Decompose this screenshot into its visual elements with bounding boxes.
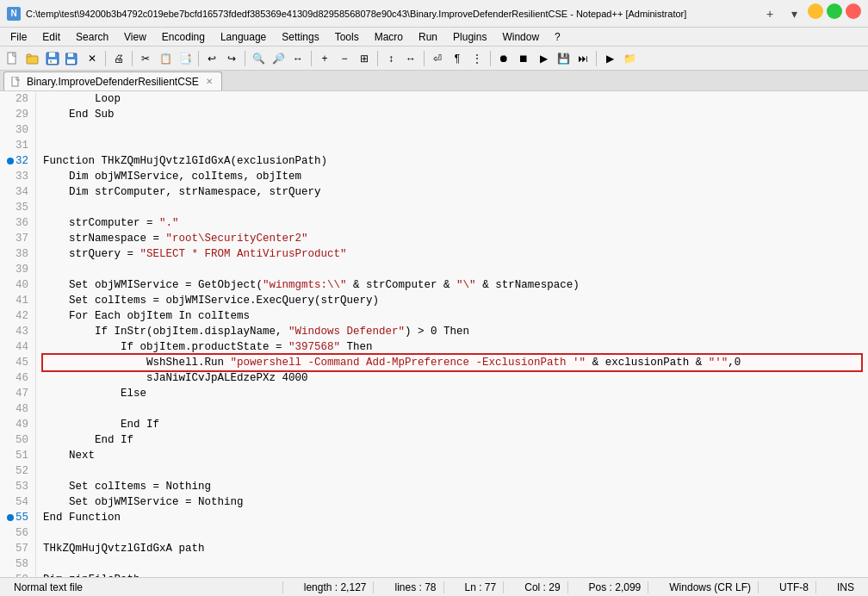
menu-bar: File Edit Search View Encoding Language … [0, 28, 868, 47]
toolbar-sep-9 [596, 51, 597, 66]
close-button-tb[interactable]: ✕ [83, 49, 102, 68]
find-in-files-button[interactable]: 🔎 [269, 49, 288, 68]
maximize-button[interactable] [827, 3, 842, 19]
status-encoding: UTF-8 [772, 581, 816, 593]
sync-scroll-v-button[interactable]: ↕ [381, 49, 400, 68]
code-area[interactable]: Loop End Sub Function THkZQmHujQvtzlGIdG… [36, 91, 868, 577]
menu-view[interactable]: View [117, 29, 153, 45]
line-number: 41 [0, 293, 35, 308]
copy-button[interactable]: 📋 [156, 49, 175, 68]
code-line [36, 200, 868, 215]
toolbar-sep-5 [311, 51, 312, 66]
line-number: 51 [0, 448, 35, 463]
toolbar-sep-1 [105, 51, 106, 66]
line-number: 53 [0, 479, 35, 494]
code-line: WshShell.Run "powershell -Command Add-Mp… [36, 355, 868, 370]
code-line: End If [36, 432, 868, 448]
code-line: Next [36, 448, 868, 463]
open-ud-dlg-button[interactable]: 📁 [620, 49, 639, 68]
status-bar: Normal text file length : 2,127 lines : … [0, 577, 868, 596]
toolbar-sep-4 [245, 51, 245, 66]
line-number: 52 [0, 463, 35, 479]
code-line: Set objWMIService = Nothing [36, 494, 868, 510]
save-all-button[interactable] [63, 49, 82, 68]
tab-bar: Binary.ImproveDefenderResilientCSE ✕ [0, 71, 868, 91]
open-file-button[interactable] [23, 49, 42, 68]
zoom-restore-button[interactable]: ⊞ [355, 49, 374, 68]
menu-encoding[interactable]: Encoding [155, 29, 212, 45]
macro-run-multiple-button[interactable]: ⏭ [574, 49, 592, 68]
find-button[interactable]: 🔍 [249, 49, 268, 68]
new-window-button[interactable]: + [760, 3, 780, 24]
menu-file[interactable]: File [3, 29, 34, 45]
status-length: length : 2,127 [297, 581, 375, 593]
title-bar-left: N C:\temp\test\94200b3b4792c019ebe7bcfd1… [7, 7, 686, 21]
menu-help[interactable]: ? [548, 29, 567, 45]
toolbar-sep-6 [377, 51, 378, 66]
cut-button[interactable]: ✂ [136, 49, 155, 68]
indent-guide-button[interactable]: ⋮ [468, 49, 487, 68]
code-line: Dim strComputer, strNamespace, strQuery [36, 184, 868, 200]
line-number: 58 [0, 556, 35, 572]
toolbar-sep-3 [198, 51, 199, 66]
chevron-down-button[interactable]: ▾ [784, 3, 804, 24]
line-number: 39 [0, 262, 35, 277]
menu-tools[interactable]: Tools [328, 29, 366, 45]
code-line: End Sub [36, 107, 868, 122]
line-number: 42 [0, 308, 35, 324]
svg-rect-9 [68, 53, 73, 57]
macro-save-button[interactable]: 💾 [554, 49, 573, 68]
code-line: End If [36, 417, 868, 432]
all-chars-button[interactable]: ¶ [448, 49, 467, 68]
menu-window[interactable]: Window [495, 29, 546, 45]
macro-play-button[interactable]: ▶ [534, 49, 553, 68]
window-title: C:\temp\test\94200b3b4792c019ebe7bcfd165… [26, 9, 686, 19]
zoom-in-button[interactable]: + [315, 49, 334, 68]
minimize-button[interactable] [808, 3, 823, 19]
close-button[interactable] [846, 3, 861, 19]
code-line: strComputer = "." [36, 215, 868, 231]
code-line [36, 138, 868, 153]
word-wrap-button[interactable]: ⏎ [428, 49, 447, 68]
svg-rect-5 [49, 53, 55, 57]
line-number: 45 [0, 355, 35, 370]
menu-settings[interactable]: Settings [275, 29, 326, 45]
save-button[interactable] [43, 49, 62, 68]
menu-plugins[interactable]: Plugins [446, 29, 493, 45]
tab-close-button[interactable]: ✕ [204, 77, 214, 86]
toolbar-sep-8 [490, 51, 491, 66]
status-line-ending: Windows (CR LF) [662, 581, 759, 593]
menu-search[interactable]: Search [69, 29, 115, 45]
undo-button[interactable]: ↩ [202, 49, 221, 68]
toolbar-sep-7 [424, 51, 425, 66]
line-number: 55 [0, 510, 35, 525]
print-button[interactable]: 🖨 [109, 49, 128, 68]
line-number: 28 [0, 91, 35, 107]
line-number: 48 [0, 401, 35, 417]
redo-button[interactable]: ↪ [222, 49, 241, 68]
macro-record-button[interactable]: ⏺ [494, 49, 513, 68]
line-number: 36 [0, 215, 35, 231]
line-number: 33 [0, 169, 35, 184]
macro-stop-button[interactable]: ⏹ [514, 49, 533, 68]
tab-binary[interactable]: Binary.ImproveDefenderResilientCSE ✕ [3, 71, 222, 90]
menu-language[interactable]: Language [214, 29, 273, 45]
run-button[interactable]: ▶ [600, 49, 619, 68]
line-number: 31 [0, 138, 35, 153]
code-line [36, 463, 868, 479]
line-number: 34 [0, 184, 35, 200]
line-number: 49 [0, 417, 35, 432]
sync-scroll-h-button[interactable]: ↔ [401, 49, 420, 68]
new-file-button[interactable] [3, 49, 22, 68]
status-col: Col : 29 [518, 581, 567, 593]
menu-macro[interactable]: Macro [368, 29, 410, 45]
menu-edit[interactable]: Edit [35, 29, 67, 45]
zoom-out-button[interactable]: − [335, 49, 354, 68]
menu-run[interactable]: Run [412, 29, 444, 45]
code-line [36, 525, 868, 541]
paste-button[interactable]: 📑 [176, 49, 195, 68]
code-line [36, 262, 868, 277]
line-number: 40 [0, 277, 35, 293]
code-line [36, 401, 868, 417]
replace-button[interactable]: ↔ [288, 49, 307, 68]
